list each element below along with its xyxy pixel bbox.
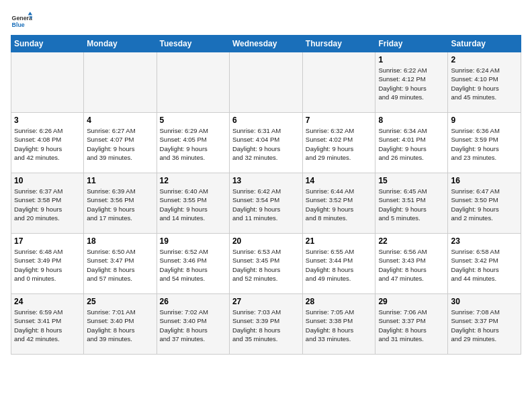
calendar-cell: 19Sunrise: 6:52 AMSunset: 3:46 PMDayligh… [157, 234, 229, 294]
calendar-cell: 27Sunrise: 7:03 AMSunset: 3:39 PMDayligh… [229, 294, 302, 355]
calendar-cell: 11Sunrise: 6:39 AMSunset: 3:56 PMDayligh… [84, 173, 157, 234]
day-info: Sunrise: 6:27 AMSunset: 4:07 PMDaylight:… [87, 126, 153, 162]
calendar-week-4: 17Sunrise: 6:48 AMSunset: 3:49 PMDayligh… [11, 234, 521, 294]
day-info: Sunrise: 6:47 AMSunset: 3:50 PMDaylight:… [451, 187, 518, 222]
day-number: 3 [14, 116, 81, 125]
day-number: 15 [378, 176, 445, 185]
calendar-cell: 18Sunrise: 6:50 AMSunset: 3:47 PMDayligh… [84, 234, 157, 294]
day-number: 11 [87, 176, 153, 185]
calendar-cell: 13Sunrise: 6:42 AMSunset: 3:54 PMDayligh… [229, 173, 302, 234]
weekday-header-saturday: Saturday [448, 36, 521, 52]
calendar-cell: 1Sunrise: 6:22 AMSunset: 4:12 PMDaylight… [375, 52, 448, 113]
day-number: 22 [378, 236, 445, 246]
calendar-cell: 2Sunrise: 6:24 AMSunset: 4:10 PMDaylight… [448, 52, 521, 113]
calendar-body: 1Sunrise: 6:22 AMSunset: 4:12 PMDaylight… [11, 52, 521, 355]
calendar-cell: 12Sunrise: 6:40 AMSunset: 3:55 PMDayligh… [157, 173, 229, 234]
day-info: Sunrise: 6:39 AMSunset: 3:56 PMDaylight:… [87, 187, 153, 222]
day-info: Sunrise: 6:45 AMSunset: 3:51 PMDaylight:… [378, 187, 445, 222]
day-info: Sunrise: 6:42 AMSunset: 3:54 PMDaylight:… [232, 187, 300, 222]
day-info: Sunrise: 6:59 AMSunset: 3:41 PMDaylight:… [14, 308, 81, 343]
day-info: Sunrise: 6:26 AMSunset: 4:08 PMDaylight:… [14, 126, 81, 162]
day-info: Sunrise: 6:52 AMSunset: 3:46 PMDaylight:… [160, 247, 226, 283]
svg-marker-2 [28, 12, 32, 15]
day-info: Sunrise: 7:03 AMSunset: 3:39 PMDaylight:… [232, 308, 300, 343]
weekday-header-sunday: Sunday [11, 36, 84, 52]
day-info: Sunrise: 7:08 AMSunset: 3:37 PMDaylight:… [451, 308, 518, 343]
calendar-cell: 22Sunrise: 6:56 AMSunset: 3:43 PMDayligh… [375, 234, 448, 294]
day-number: 18 [87, 236, 153, 246]
weekday-header-wednesday: Wednesday [229, 36, 302, 52]
calendar-cell: 16Sunrise: 6:47 AMSunset: 3:50 PMDayligh… [448, 173, 521, 234]
day-number: 12 [160, 176, 226, 185]
day-info: Sunrise: 7:06 AMSunset: 3:37 PMDaylight:… [378, 308, 445, 343]
calendar-cell: 4Sunrise: 6:27 AMSunset: 4:07 PMDaylight… [84, 113, 157, 173]
day-number: 26 [160, 297, 226, 306]
day-info: Sunrise: 6:24 AMSunset: 4:10 PMDaylight:… [451, 66, 518, 101]
svg-text:Blue: Blue [12, 21, 25, 28]
calendar-header-row: SundayMondayTuesdayWednesdayThursdayFrid… [11, 36, 521, 52]
day-info: Sunrise: 6:32 AMSunset: 4:02 PMDaylight:… [306, 126, 373, 162]
weekday-header-tuesday: Tuesday [157, 36, 229, 52]
day-number: 6 [232, 116, 300, 125]
svg-text:General: General [12, 15, 32, 21]
day-number: 30 [451, 297, 518, 306]
calendar-cell: 23Sunrise: 6:58 AMSunset: 3:42 PMDayligh… [448, 234, 521, 294]
day-info: Sunrise: 7:01 AMSunset: 3:40 PMDaylight:… [87, 308, 153, 343]
day-info: Sunrise: 6:50 AMSunset: 3:47 PMDaylight:… [87, 247, 153, 283]
weekday-header-thursday: Thursday [302, 36, 375, 52]
calendar-cell: 15Sunrise: 6:45 AMSunset: 3:51 PMDayligh… [375, 173, 448, 234]
calendar-cell: 17Sunrise: 6:48 AMSunset: 3:49 PMDayligh… [11, 234, 84, 294]
day-number: 1 [378, 55, 445, 64]
day-info: Sunrise: 6:34 AMSunset: 4:01 PMDaylight:… [378, 126, 445, 162]
day-number: 19 [160, 236, 226, 246]
calendar-cell: 26Sunrise: 7:02 AMSunset: 3:40 PMDayligh… [157, 294, 229, 355]
calendar-cell [229, 52, 302, 113]
day-number: 9 [451, 116, 518, 125]
day-number: 27 [232, 297, 300, 306]
weekday-header-friday: Friday [375, 36, 448, 52]
calendar-cell [84, 52, 157, 113]
calendar-cell: 14Sunrise: 6:44 AMSunset: 3:52 PMDayligh… [302, 173, 375, 234]
calendar-cell: 21Sunrise: 6:55 AMSunset: 3:44 PMDayligh… [302, 234, 375, 294]
day-info: Sunrise: 6:44 AMSunset: 3:52 PMDaylight:… [306, 187, 373, 222]
day-info: Sunrise: 6:31 AMSunset: 4:04 PMDaylight:… [232, 126, 300, 162]
calendar-cell: 25Sunrise: 7:01 AMSunset: 3:40 PMDayligh… [84, 294, 157, 355]
weekday-header-monday: Monday [84, 36, 157, 52]
day-number: 21 [306, 236, 373, 246]
day-number: 29 [378, 297, 445, 306]
day-info: Sunrise: 7:02 AMSunset: 3:40 PMDaylight:… [160, 308, 226, 343]
calendar-week-3: 10Sunrise: 6:37 AMSunset: 3:58 PMDayligh… [11, 173, 521, 234]
day-info: Sunrise: 7:05 AMSunset: 3:38 PMDaylight:… [306, 308, 373, 343]
logo-icon: General Blue [11, 11, 32, 32]
day-info: Sunrise: 6:37 AMSunset: 3:58 PMDaylight:… [14, 187, 81, 222]
calendar-cell: 30Sunrise: 7:08 AMSunset: 3:37 PMDayligh… [448, 294, 521, 355]
logo: General Blue [11, 11, 32, 32]
calendar-cell [11, 52, 84, 113]
day-number: 10 [14, 176, 81, 185]
calendar-week-2: 3Sunrise: 6:26 AMSunset: 4:08 PMDaylight… [11, 113, 521, 173]
calendar-cell [302, 52, 375, 113]
day-number: 17 [14, 236, 81, 246]
day-info: Sunrise: 6:56 AMSunset: 3:43 PMDaylight:… [378, 247, 445, 283]
calendar-cell: 5Sunrise: 6:29 AMSunset: 4:05 PMDaylight… [157, 113, 229, 173]
calendar-week-1: 1Sunrise: 6:22 AMSunset: 4:12 PMDaylight… [11, 52, 521, 113]
calendar-week-5: 24Sunrise: 6:59 AMSunset: 3:41 PMDayligh… [11, 294, 521, 355]
calendar-cell [157, 52, 229, 113]
day-number: 13 [232, 176, 300, 185]
day-number: 2 [451, 55, 518, 64]
day-number: 25 [87, 297, 153, 306]
day-number: 28 [306, 297, 373, 306]
calendar-cell: 28Sunrise: 7:05 AMSunset: 3:38 PMDayligh… [302, 294, 375, 355]
day-number: 5 [160, 116, 226, 125]
day-number: 20 [232, 236, 300, 246]
day-info: Sunrise: 6:58 AMSunset: 3:42 PMDaylight:… [451, 247, 518, 283]
calendar-cell: 3Sunrise: 6:26 AMSunset: 4:08 PMDaylight… [11, 113, 84, 173]
calendar-cell: 7Sunrise: 6:32 AMSunset: 4:02 PMDaylight… [302, 113, 375, 173]
calendar-cell: 24Sunrise: 6:59 AMSunset: 3:41 PMDayligh… [11, 294, 84, 355]
day-number: 23 [451, 236, 518, 246]
calendar-table: SundayMondayTuesdayWednesdayThursdayFrid… [11, 35, 521, 355]
day-info: Sunrise: 6:40 AMSunset: 3:55 PMDaylight:… [160, 187, 226, 222]
calendar-cell: 29Sunrise: 7:06 AMSunset: 3:37 PMDayligh… [375, 294, 448, 355]
day-number: 8 [378, 116, 445, 125]
day-number: 7 [306, 116, 373, 125]
